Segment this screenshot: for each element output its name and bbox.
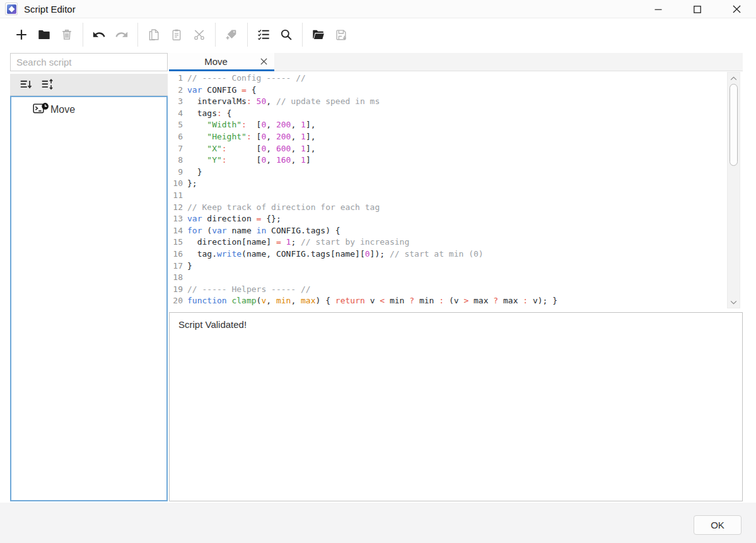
paste-button[interactable] [165,23,188,47]
close-icon [260,57,268,66]
minimize-icon [654,5,663,14]
line-content: for (var name in CONFIG.tags) { [183,225,340,237]
search-input[interactable] [10,53,168,71]
validation-panel: Script Validated! [169,312,743,501]
maximize-button[interactable] [678,0,717,18]
cut-button[interactable] [188,23,211,47]
code-line[interactable]: 6 "Height": [0, 200, 1], [169,131,743,143]
code-editor[interactable]: 1// ----- Config ----- //2var CONFIG = {… [169,71,743,309]
code-line[interactable]: 2var CONFIG = { [169,85,743,96]
copy-icon [147,28,161,42]
copy-button[interactable] [142,23,165,47]
script-list[interactable]: Move [10,96,168,501]
script-editor-window: Script Editor Move Move 1// ----- Confi [0,0,756,543]
line-content: // ----- Helpers ----- // [183,284,311,296]
script-list-button[interactable] [252,23,275,47]
script-scheduled-icon [33,102,50,119]
code-line[interactable]: 4 tags: { [169,108,743,120]
line-content: var CONFIG = { [183,85,257,96]
line-number: 17 [169,260,183,272]
code-line[interactable]: 18 [169,272,743,284]
code-line[interactable]: 20function clamp(v, min, max) { return v… [169,295,743,307]
code-line[interactable]: 7 "X": [0, 600, 1], [169,143,743,155]
line-number: 14 [169,225,183,237]
line-number: 6 [169,131,183,143]
code-line[interactable]: 16 tag.write(name, CONFIG.tags[name][0])… [169,248,743,260]
folder-open-icon [311,28,325,42]
code-line[interactable]: 8 "Y": [0, 160, 1] [169,155,743,166]
scroll-up-button[interactable] [728,74,740,83]
toolbar-separator [137,23,138,47]
editor-scrollbar[interactable] [727,72,740,308]
code-line[interactable]: 10}; [169,178,743,190]
line-number: 11 [169,190,183,202]
code-line[interactable]: 11 [169,190,743,202]
tab-move[interactable]: Move [169,53,274,71]
add-tag-button[interactable] [220,23,243,47]
save-icon [334,28,348,42]
line-content [183,190,187,202]
tab-label: Move [169,56,253,67]
toolbar-separator [302,23,303,47]
line-number: 5 [169,119,183,131]
line-content: tags: { [183,108,231,120]
scroll-down-button[interactable] [728,298,740,307]
line-content: } [183,260,192,272]
ok-button[interactable]: OK [694,515,741,535]
line-content: direction[name] = 1; // start by increas… [183,236,409,248]
checklist-icon [257,28,270,42]
delete-script-button[interactable] [55,23,78,47]
maximize-icon [693,5,702,14]
line-number: 9 [169,166,183,178]
group-scripts-button[interactable] [33,23,55,47]
sort-scripts-button[interactable] [15,75,37,94]
code-line[interactable]: 9 } [169,166,743,178]
close-icon [732,4,741,14]
undo-button[interactable] [88,23,110,47]
line-number: 10 [169,178,183,190]
code-lines: 1// ----- Config ----- //2var CONFIG = {… [169,71,743,307]
line-content: "X": [0, 600, 1], [183,143,316,155]
code-line[interactable]: 5 "Width": [0, 200, 1], [169,119,743,131]
tabbar: Move [169,53,743,71]
code-line[interactable]: 3 intervalMs: 50, // update speed in ms [169,96,743,108]
code-line[interactable]: 17} [169,260,743,272]
code-line[interactable]: 1// ----- Config ----- // [169,73,743,85]
line-content: "Y": [0, 160, 1] [183,155,311,166]
script-item-label: Move [50,104,75,115]
import-script-button[interactable] [307,23,330,47]
add-script-button[interactable] [10,23,33,47]
script-item-move[interactable]: Move [11,97,166,122]
code-line[interactable]: 13var direction = {}; [169,213,743,225]
line-content: tag.write(name, CONFIG.tags[name][0]); /… [183,248,484,260]
line-content: }; [183,178,197,190]
line-content: } [183,166,202,178]
toolbar [0,19,756,50]
code-line[interactable]: 12// Keep track of direction for each ta… [169,202,743,214]
undo-icon [92,28,106,42]
code-line[interactable]: 15 direction[name] = 1; // start by incr… [169,236,743,248]
line-content: "Width": [0, 200, 1], [183,119,316,131]
export-script-button[interactable] [330,23,352,47]
cut-icon [192,28,206,42]
redo-icon [115,28,129,42]
line-number: 18 [169,272,183,284]
redo-button[interactable] [110,23,133,47]
close-window-button[interactable] [717,0,756,18]
paste-icon [170,28,183,42]
reorder-scripts-button[interactable] [37,75,58,94]
sort-updown-icon [40,78,54,91]
code-line[interactable]: 14for (var name in CONFIG.tags) { [169,225,743,237]
line-content: intervalMs: 50, // update speed in ms [183,96,380,108]
find-button[interactable] [275,23,298,47]
code-line[interactable]: 19// ----- Helpers ----- // [169,284,743,296]
line-content [183,272,187,284]
tab-close-button[interactable] [253,53,274,69]
minimize-button[interactable] [639,0,678,18]
sidebar-tools [10,74,168,96]
line-number: 15 [169,236,183,248]
line-content: "Height": [0, 200, 1], [183,131,316,143]
line-number: 7 [169,143,183,155]
folder-icon [37,28,51,42]
scrollbar-thumb[interactable] [730,84,738,166]
